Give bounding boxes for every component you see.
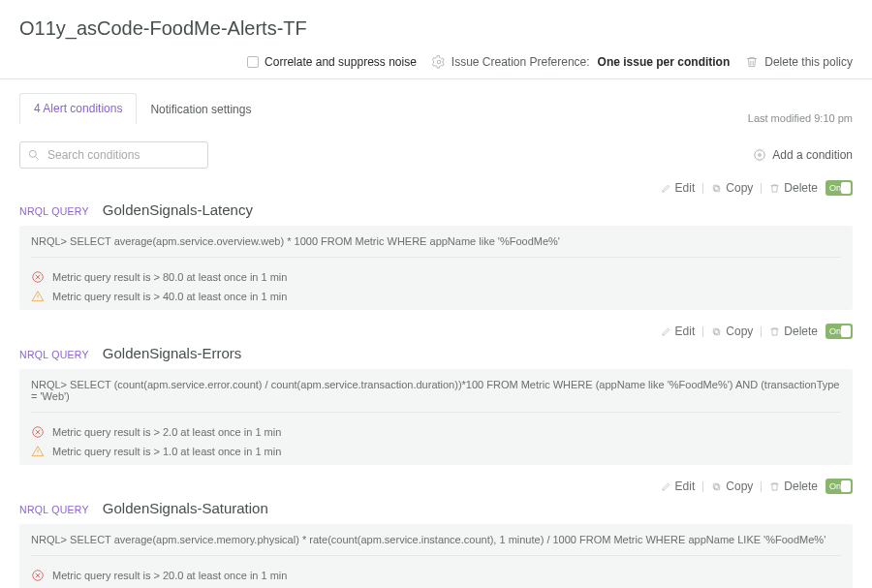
search-input[interactable] xyxy=(19,141,208,169)
copy-label: Copy xyxy=(726,480,753,493)
tab-notification-settings[interactable]: Notification settings xyxy=(137,95,265,124)
pref-value: One issue per condition xyxy=(598,55,731,69)
trash-icon xyxy=(745,55,759,69)
edit-label: Edit xyxy=(675,325,696,338)
search-row: Add a condition xyxy=(0,124,872,176)
copy-label: Copy xyxy=(726,325,753,338)
copy-button[interactable]: Copy xyxy=(711,325,753,338)
condition-title-row: NRQL QUERY GoldenSignals-Errors xyxy=(19,345,853,361)
query-text: NRQL> SELECT average(apm.service.memory.… xyxy=(31,534,841,556)
svg-point-0 xyxy=(437,60,441,64)
correlate-label: Correlate and suppress noise xyxy=(265,55,417,69)
toggle-knob xyxy=(841,182,851,194)
checkbox-box xyxy=(247,56,259,68)
copy-button[interactable]: Copy xyxy=(711,181,753,195)
pref-label: Issue Creation Preference: xyxy=(452,55,590,69)
enabled-toggle[interactable]: On xyxy=(825,324,853,339)
nrql-label: NRQL QUERY xyxy=(19,349,89,360)
enabled-toggle[interactable]: On xyxy=(825,479,853,494)
copy-label: Copy xyxy=(726,181,753,195)
edit-button[interactable]: Edit xyxy=(661,181,696,195)
critical-icon xyxy=(31,569,45,582)
warning-icon xyxy=(31,445,45,458)
add-condition-button[interactable]: Add a condition xyxy=(753,148,853,162)
copy-button[interactable]: Copy xyxy=(711,480,753,493)
warning-threshold: Metric query result is > 1.0 at least on… xyxy=(31,442,841,461)
svg-rect-7 xyxy=(714,185,719,190)
delete-label: Delete xyxy=(784,325,818,338)
delete-label: Delete xyxy=(784,181,818,195)
warning-icon xyxy=(31,290,45,303)
tabs: 4 Alert conditions Notification settings xyxy=(19,93,265,124)
svg-rect-6 xyxy=(715,186,720,191)
critical-text: Metric query result is > 80.0 at least o… xyxy=(52,271,287,283)
last-modified: Last modified 9:10 pm xyxy=(748,112,853,124)
separator xyxy=(761,481,762,492)
add-condition-label: Add a condition xyxy=(772,148,853,162)
condition-block: Edit Copy Delete On NRQL QUERY GoldenSig… xyxy=(0,176,872,320)
edit-button[interactable]: Edit xyxy=(661,325,696,338)
tab-alert-conditions[interactable]: 4 Alert conditions xyxy=(19,93,137,124)
critical-threshold: Metric query result is > 20.0 at least o… xyxy=(31,566,841,585)
gear-icon xyxy=(432,55,446,69)
condition-name: GoldenSignals-Latency xyxy=(103,201,253,218)
condition-title-row: NRQL QUERY GoldenSignals-Saturation xyxy=(19,500,853,516)
condition-title-row: NRQL QUERY GoldenSignals-Latency xyxy=(19,201,853,218)
toggle-knob xyxy=(841,325,851,337)
condition-name: GoldenSignals-Saturation xyxy=(103,500,268,516)
nrql-label: NRQL QUERY xyxy=(19,504,89,515)
tab-row: 4 Alert conditions Notification settings… xyxy=(0,79,872,124)
condition-block: Edit Copy Delete On NRQL QUERY GoldenSig… xyxy=(0,320,872,475)
svg-rect-20 xyxy=(715,484,720,489)
edit-button[interactable]: Edit xyxy=(661,480,696,493)
delete-policy[interactable]: Delete this policy xyxy=(745,55,853,69)
delete-button[interactable]: Delete xyxy=(769,325,818,338)
critical-text: Metric query result is > 2.0 at least on… xyxy=(52,426,281,438)
plus-circle-icon xyxy=(753,148,766,162)
delete-button[interactable]: Delete xyxy=(769,181,818,195)
query-box: NRQL> SELECT (count(apm.service.error.co… xyxy=(19,369,853,465)
critical-icon xyxy=(31,425,45,439)
issue-preference[interactable]: Issue Creation Preference: One issue per… xyxy=(432,55,730,69)
toggle-label: On xyxy=(829,183,841,193)
condition-actions: Edit Copy Delete On xyxy=(19,479,853,494)
query-text: NRQL> SELECT (count(apm.service.error.co… xyxy=(31,379,841,413)
delete-button[interactable]: Delete xyxy=(769,480,818,493)
warning-text: Metric query result is > 1.0 at least on… xyxy=(52,446,281,457)
query-box: NRQL> SELECT average(apm.service.memory.… xyxy=(19,524,853,588)
critical-icon xyxy=(31,270,45,284)
condition-name: GoldenSignals-Errors xyxy=(103,345,241,361)
svg-rect-21 xyxy=(714,483,719,488)
correlate-checkbox[interactable]: Correlate and suppress noise xyxy=(247,55,417,69)
toggle-label: On xyxy=(829,481,841,491)
enabled-toggle[interactable]: On xyxy=(825,180,853,196)
warning-text: Metric query result is > 40.0 at least o… xyxy=(52,291,287,302)
svg-rect-14 xyxy=(714,328,719,333)
condition-actions: Edit Copy Delete On xyxy=(19,180,853,196)
warning-threshold: Metric query result is > 40.0 at least o… xyxy=(31,287,841,306)
delete-label: Delete xyxy=(784,480,818,493)
condition-block: Edit Copy Delete On NRQL QUERY GoldenSig… xyxy=(0,475,872,588)
svg-line-2 xyxy=(36,157,39,160)
query-text: NRQL> SELECT average(apm.service.overvie… xyxy=(31,235,841,258)
separator xyxy=(702,183,703,194)
svg-rect-13 xyxy=(715,329,720,334)
separator xyxy=(761,326,762,337)
nrql-label: NRQL QUERY xyxy=(19,205,89,217)
condition-actions: Edit Copy Delete On xyxy=(19,324,853,339)
policy-header-bar: Correlate and suppress noise Issue Creat… xyxy=(0,49,872,79)
toggle-knob xyxy=(841,480,851,492)
query-box: NRQL> SELECT average(apm.service.overvie… xyxy=(19,226,853,310)
critical-text: Metric query result is > 20.0 at least o… xyxy=(52,570,287,581)
search-icon xyxy=(27,148,41,162)
delete-policy-label: Delete this policy xyxy=(764,55,853,69)
separator xyxy=(702,326,703,337)
svg-point-1 xyxy=(29,150,36,157)
critical-threshold: Metric query result is > 80.0 at least o… xyxy=(31,267,841,287)
edit-label: Edit xyxy=(675,181,696,195)
separator xyxy=(761,183,762,194)
critical-threshold: Metric query result is > 2.0 at least on… xyxy=(31,422,841,442)
toggle-label: On xyxy=(829,326,841,336)
edit-label: Edit xyxy=(675,480,696,493)
separator xyxy=(702,481,703,492)
